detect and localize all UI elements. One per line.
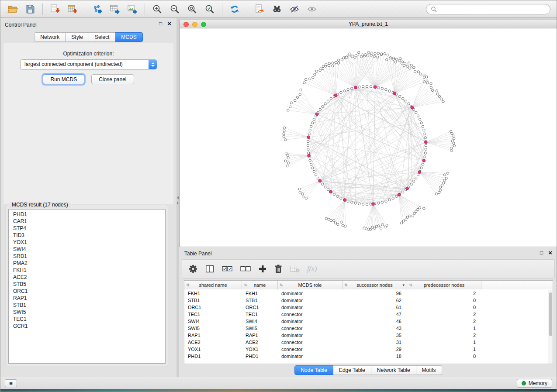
network-node[interactable]: [425, 144, 427, 146]
network-node[interactable]: [347, 88, 349, 90]
network-node[interactable]: [335, 61, 337, 63]
network-node[interactable]: [325, 63, 327, 65]
close-panel-icon[interactable]: ×: [548, 250, 552, 255]
network-node[interactable]: [315, 174, 317, 176]
network-node[interactable]: [310, 163, 312, 165]
network-node[interactable]: [408, 62, 410, 64]
network-node[interactable]: [342, 224, 344, 227]
network-node[interactable]: [408, 103, 410, 105]
network-node[interactable]: [412, 215, 414, 217]
close-panel-icon[interactable]: ×: [167, 21, 171, 26]
export-image-button[interactable]: [125, 2, 140, 16]
network-node[interactable]: [417, 208, 419, 210]
network-node[interactable]: [424, 152, 426, 154]
network-node[interactable]: [408, 67, 411, 69]
find-button[interactable]: [269, 2, 285, 16]
window-close-icon[interactable]: [183, 22, 189, 27]
memory-button[interactable]: Memory: [517, 379, 552, 388]
network-node[interactable]: [438, 95, 440, 97]
network-node[interactable]: [327, 100, 329, 102]
network-node[interactable]: [403, 65, 405, 67]
network-node[interactable]: [338, 59, 340, 61]
network-node[interactable]: [388, 90, 391, 92]
network-node[interactable]: [450, 130, 452, 132]
network-hub-node[interactable]: [374, 86, 377, 89]
network-node[interactable]: [435, 193, 437, 195]
network-node[interactable]: [322, 105, 324, 107]
show-all-button[interactable]: [304, 2, 320, 16]
network-node[interactable]: [315, 70, 318, 72]
network-node[interactable]: [414, 70, 416, 72]
mcds-node-item[interactable]: FKH1: [13, 267, 165, 274]
network-hub-node[interactable]: [308, 154, 311, 157]
network-node[interactable]: [299, 93, 301, 96]
network-node[interactable]: [453, 144, 455, 147]
network-node[interactable]: [307, 148, 309, 150]
network-node[interactable]: [440, 98, 442, 100]
network-node[interactable]: [385, 88, 387, 90]
apply-layout-button[interactable]: [227, 2, 242, 16]
network-node[interactable]: [309, 129, 311, 131]
mcds-node-item[interactable]: STB5: [13, 281, 165, 288]
network-node[interactable]: [424, 133, 426, 135]
network-node[interactable]: [284, 160, 287, 162]
network-node[interactable]: [406, 65, 408, 67]
network-node[interactable]: [422, 163, 424, 165]
network-node[interactable]: [330, 219, 332, 221]
network-node[interactable]: [340, 91, 342, 93]
network-node[interactable]: [377, 202, 380, 204]
network-node[interactable]: [283, 127, 285, 129]
network-node[interactable]: [340, 197, 342, 199]
mcds-node-item[interactable]: PHD1: [13, 211, 165, 218]
network-node[interactable]: [350, 87, 353, 89]
network-node[interactable]: [439, 189, 441, 191]
network-node[interactable]: [443, 174, 446, 176]
network-hub-node[interactable]: [422, 159, 426, 162]
network-node[interactable]: [398, 59, 401, 62]
network-node[interactable]: [336, 195, 339, 197]
network-node[interactable]: [436, 89, 438, 92]
network-node[interactable]: [337, 223, 339, 225]
network-node[interactable]: [361, 54, 363, 56]
network-node[interactable]: [350, 201, 353, 203]
table-row[interactable]: YOX1YOX1connector291: [184, 346, 548, 353]
column-header-name[interactable]: ⇅name: [242, 281, 278, 289]
export-webpage-button[interactable]: [252, 2, 267, 16]
network-node[interactable]: [317, 177, 319, 179]
network-node[interactable]: [417, 115, 419, 117]
mcds-node-item[interactable]: SRD1: [13, 253, 165, 260]
network-hub-node[interactable]: [398, 193, 401, 196]
network-node[interactable]: [374, 227, 376, 229]
network-hub-node[interactable]: [418, 171, 421, 174]
network-node[interactable]: [333, 193, 335, 196]
network-node[interactable]: [324, 103, 326, 105]
mcds-node-item[interactable]: RAP1: [13, 295, 165, 302]
column-header-shared-name[interactable]: ⇅shared name: [184, 281, 242, 289]
network-hub-node[interactable]: [411, 106, 414, 109]
network-node[interactable]: [283, 130, 285, 132]
network-node[interactable]: [366, 85, 368, 87]
network-node[interactable]: [385, 200, 387, 202]
mcds-node-item[interactable]: ACE2: [13, 274, 165, 281]
network-node[interactable]: [420, 167, 422, 169]
network-node[interactable]: [452, 135, 454, 137]
close-panel-button[interactable]: Close panel: [91, 74, 134, 84]
window-zoom-icon[interactable]: [201, 22, 206, 27]
network-node[interactable]: [370, 86, 372, 88]
mcds-result-list[interactable]: PHD1CAR1STP4TID3YOX1SWI4SRD1PMA2FKH1ACE2…: [8, 209, 166, 364]
export-network-button[interactable]: [90, 2, 105, 16]
deselect-all-rows-button[interactable]: [240, 262, 251, 275]
network-node[interactable]: [413, 66, 415, 69]
network-node[interactable]: [358, 51, 360, 53]
network-node[interactable]: [381, 201, 383, 203]
network-node[interactable]: [395, 58, 398, 60]
network-node[interactable]: [313, 170, 315, 172]
network-node[interactable]: [394, 61, 397, 63]
network-node[interactable]: [412, 180, 415, 182]
tab-style[interactable]: Style: [66, 32, 89, 42]
network-node[interactable]: [374, 52, 376, 55]
network-node[interactable]: [320, 68, 322, 70]
mcds-node-item[interactable]: PMA2: [13, 260, 165, 267]
network-node[interactable]: [419, 118, 421, 120]
network-node[interactable]: [305, 197, 307, 199]
